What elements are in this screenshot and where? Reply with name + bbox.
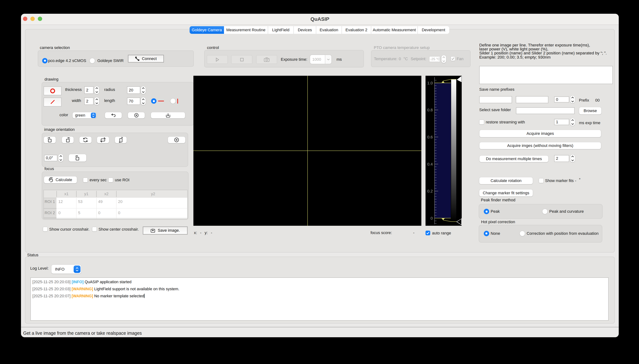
svg-text:0.8: 0.8 bbox=[427, 108, 433, 112]
svg-text:1.0: 1.0 bbox=[427, 81, 433, 85]
svg-text:0.6: 0.6 bbox=[427, 135, 433, 139]
svg-text:0.2: 0.2 bbox=[427, 189, 433, 194]
svg-text:0.4: 0.4 bbox=[427, 162, 433, 166]
svg-text:0: 0 bbox=[431, 216, 433, 220]
